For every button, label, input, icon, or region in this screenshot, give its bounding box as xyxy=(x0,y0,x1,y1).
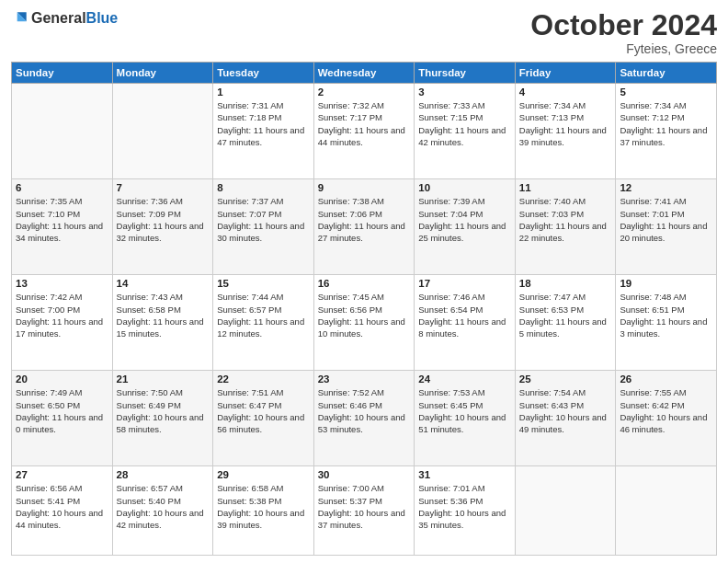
day-info: Sunrise: 7:33 AMSunset: 7:15 PMDaylight:… xyxy=(418,99,511,148)
calendar-cell: 17 Sunrise: 7:46 AMSunset: 6:54 PMDaylig… xyxy=(415,275,516,371)
day-info: Sunrise: 7:55 AMSunset: 6:42 PMDaylight:… xyxy=(620,386,712,435)
day-info: Sunrise: 7:34 AMSunset: 7:12 PMDaylight:… xyxy=(620,99,712,148)
calendar-cell: 16 Sunrise: 7:45 AMSunset: 6:56 PMDaylig… xyxy=(313,275,415,371)
day-number: 15 xyxy=(217,278,310,289)
day-info: Sunrise: 7:53 AMSunset: 6:45 PMDaylight:… xyxy=(418,386,511,435)
day-number: 11 xyxy=(519,182,612,193)
day-info: Sunrise: 7:45 AMSunset: 6:56 PMDaylight:… xyxy=(318,291,411,339)
calendar-cell: 20 Sunrise: 7:49 AMSunset: 6:50 PMDaylig… xyxy=(12,371,113,466)
weekday-header-row: Sunday Monday Tuesday Wednesday Thursday… xyxy=(12,63,717,84)
calendar-cell: 29 Sunrise: 6:58 AMSunset: 5:38 PMDaylig… xyxy=(213,466,314,556)
header-friday: Friday xyxy=(515,63,616,84)
day-number: 20 xyxy=(16,373,108,385)
day-number: 17 xyxy=(418,278,511,289)
day-number: 22 xyxy=(217,373,310,385)
day-number: 28 xyxy=(117,469,210,480)
calendar-cell: 24 Sunrise: 7:53 AMSunset: 6:45 PMDaylig… xyxy=(415,371,516,466)
day-number: 13 xyxy=(16,278,108,289)
calendar-cell: 31 Sunrise: 7:01 AMSunset: 5:36 PMDaylig… xyxy=(415,466,516,556)
day-info: Sunrise: 7:42 AMSunset: 7:00 PMDaylight:… xyxy=(16,291,108,339)
day-info: Sunrise: 7:48 AMSunset: 6:51 PMDaylight:… xyxy=(620,291,712,339)
calendar-cell: 12 Sunrise: 7:41 AMSunset: 7:01 PMDaylig… xyxy=(616,179,717,275)
day-number: 10 xyxy=(418,182,511,193)
day-info: Sunrise: 6:58 AMSunset: 5:38 PMDaylight:… xyxy=(217,482,310,531)
day-number: 14 xyxy=(117,278,210,289)
calendar-cell xyxy=(112,84,213,179)
day-info: Sunrise: 7:51 AMSunset: 6:47 PMDaylight:… xyxy=(217,386,310,435)
day-number: 2 xyxy=(318,86,411,98)
day-number: 5 xyxy=(620,86,712,98)
day-info: Sunrise: 7:54 AMSunset: 6:43 PMDaylight:… xyxy=(519,386,612,435)
day-number: 8 xyxy=(217,182,310,193)
day-info: Sunrise: 7:47 AMSunset: 6:53 PMDaylight:… xyxy=(519,291,612,339)
logo: GeneralBlue xyxy=(11,9,118,28)
day-number: 27 xyxy=(16,469,108,480)
header-wednesday: Wednesday xyxy=(313,63,415,84)
day-number: 19 xyxy=(620,278,712,289)
day-number: 29 xyxy=(217,469,310,480)
day-info: Sunrise: 7:41 AMSunset: 7:01 PMDaylight:… xyxy=(620,195,712,244)
calendar-cell: 25 Sunrise: 7:54 AMSunset: 6:43 PMDaylig… xyxy=(515,371,616,466)
day-number: 26 xyxy=(620,373,712,385)
page: GeneralBlue October 2024 Fyteies, Greece… xyxy=(0,0,728,563)
logo-text-blue: Blue xyxy=(86,10,119,26)
day-info: Sunrise: 7:00 AMSunset: 5:37 PMDaylight:… xyxy=(318,482,411,531)
calendar-cell: 28 Sunrise: 6:57 AMSunset: 5:40 PMDaylig… xyxy=(112,466,213,556)
calendar-cell: 5 Sunrise: 7:34 AMSunset: 7:12 PMDayligh… xyxy=(616,84,717,179)
calendar-cell: 3 Sunrise: 7:33 AMSunset: 7:15 PMDayligh… xyxy=(415,84,516,179)
calendar-cell xyxy=(616,466,717,556)
calendar-cell: 15 Sunrise: 7:44 AMSunset: 6:57 PMDaylig… xyxy=(213,275,314,371)
day-number: 7 xyxy=(117,182,210,193)
calendar-cell: 26 Sunrise: 7:55 AMSunset: 6:42 PMDaylig… xyxy=(616,371,717,466)
calendar-cell: 10 Sunrise: 7:39 AMSunset: 7:04 PMDaylig… xyxy=(415,179,516,275)
day-number: 21 xyxy=(117,373,210,385)
calendar: Sunday Monday Tuesday Wednesday Thursday… xyxy=(11,62,717,556)
day-number: 16 xyxy=(318,278,411,289)
day-info: Sunrise: 6:56 AMSunset: 5:41 PMDaylight:… xyxy=(16,482,108,531)
day-info: Sunrise: 7:36 AMSunset: 7:09 PMDaylight:… xyxy=(117,195,210,244)
day-number: 18 xyxy=(519,278,612,289)
day-number: 25 xyxy=(519,373,612,385)
day-number: 23 xyxy=(318,373,411,385)
day-number: 4 xyxy=(519,86,612,98)
day-info: Sunrise: 7:49 AMSunset: 6:50 PMDaylight:… xyxy=(16,386,108,435)
logo-icon xyxy=(11,9,29,28)
day-info: Sunrise: 7:37 AMSunset: 7:07 PMDaylight:… xyxy=(217,195,310,244)
day-info: Sunrise: 7:34 AMSunset: 7:13 PMDaylight:… xyxy=(519,99,612,148)
day-number: 6 xyxy=(16,182,108,193)
calendar-cell: 8 Sunrise: 7:37 AMSunset: 7:07 PMDayligh… xyxy=(213,179,314,275)
calendar-cell xyxy=(515,466,616,556)
calendar-cell: 13 Sunrise: 7:42 AMSunset: 7:00 PMDaylig… xyxy=(12,275,113,371)
calendar-cell: 14 Sunrise: 7:43 AMSunset: 6:58 PMDaylig… xyxy=(112,275,213,371)
day-number: 24 xyxy=(418,373,511,385)
calendar-cell: 22 Sunrise: 7:51 AMSunset: 6:47 PMDaylig… xyxy=(213,371,314,466)
day-info: Sunrise: 7:43 AMSunset: 6:58 PMDaylight:… xyxy=(117,291,210,339)
day-number: 3 xyxy=(418,86,511,98)
calendar-cell: 1 Sunrise: 7:31 AMSunset: 7:18 PMDayligh… xyxy=(213,84,314,179)
day-info: Sunrise: 7:32 AMSunset: 7:17 PMDaylight:… xyxy=(318,99,411,148)
day-number: 30 xyxy=(318,469,411,480)
calendar-cell: 18 Sunrise: 7:47 AMSunset: 6:53 PMDaylig… xyxy=(515,275,616,371)
calendar-cell: 7 Sunrise: 7:36 AMSunset: 7:09 PMDayligh… xyxy=(112,179,213,275)
header-monday: Monday xyxy=(112,63,213,84)
day-info: Sunrise: 7:40 AMSunset: 7:03 PMDaylight:… xyxy=(519,195,612,244)
day-info: Sunrise: 6:57 AMSunset: 5:40 PMDaylight:… xyxy=(117,482,210,531)
header: GeneralBlue October 2024 Fyteies, Greece xyxy=(11,9,717,56)
calendar-cell: 11 Sunrise: 7:40 AMSunset: 7:03 PMDaylig… xyxy=(515,179,616,275)
header-saturday: Saturday xyxy=(616,63,717,84)
calendar-cell: 19 Sunrise: 7:48 AMSunset: 6:51 PMDaylig… xyxy=(616,275,717,371)
calendar-cell: 30 Sunrise: 7:00 AMSunset: 5:37 PMDaylig… xyxy=(313,466,415,556)
day-info: Sunrise: 7:31 AMSunset: 7:18 PMDaylight:… xyxy=(217,99,310,148)
header-tuesday: Tuesday xyxy=(213,63,314,84)
calendar-cell: 23 Sunrise: 7:52 AMSunset: 6:46 PMDaylig… xyxy=(313,371,415,466)
day-info: Sunrise: 7:44 AMSunset: 6:57 PMDaylight:… xyxy=(217,291,310,339)
calendar-cell: 9 Sunrise: 7:38 AMSunset: 7:06 PMDayligh… xyxy=(313,179,415,275)
header-thursday: Thursday xyxy=(415,63,516,84)
calendar-cell: 6 Sunrise: 7:35 AMSunset: 7:10 PMDayligh… xyxy=(12,179,113,275)
header-sunday: Sunday xyxy=(12,63,113,84)
day-number: 12 xyxy=(620,182,712,193)
calendar-cell: 21 Sunrise: 7:50 AMSunset: 6:49 PMDaylig… xyxy=(112,371,213,466)
day-info: Sunrise: 7:01 AMSunset: 5:36 PMDaylight:… xyxy=(418,482,511,531)
day-info: Sunrise: 7:39 AMSunset: 7:04 PMDaylight:… xyxy=(418,195,511,244)
calendar-cell: 2 Sunrise: 7:32 AMSunset: 7:17 PMDayligh… xyxy=(313,84,415,179)
